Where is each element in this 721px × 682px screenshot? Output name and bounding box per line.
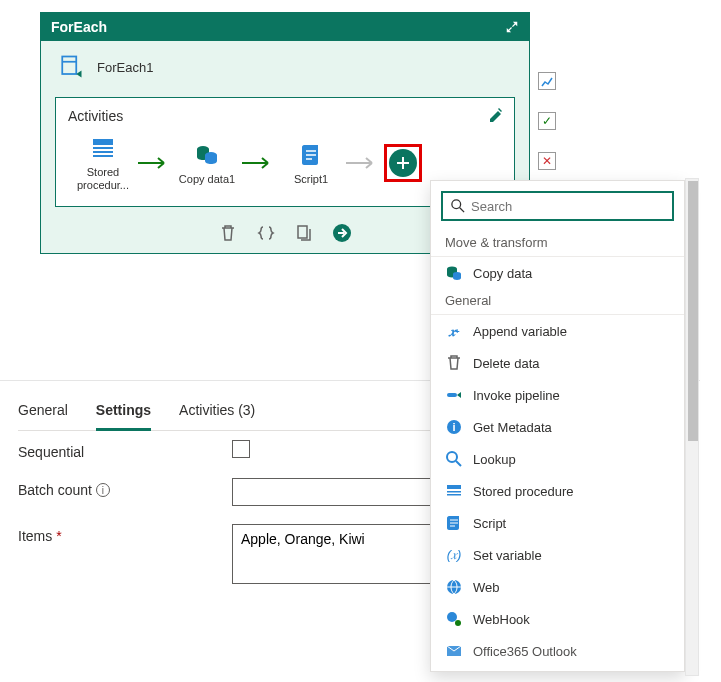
section-move-transform: Move & transform xyxy=(431,231,684,257)
item-label: Get Metadata xyxy=(473,420,552,435)
item-webhook[interactable]: WebHook xyxy=(431,603,684,635)
item-invoke-pipeline[interactable]: Invoke pipeline xyxy=(431,379,684,411)
item-label: Delete data xyxy=(473,356,540,371)
svg-rect-2 xyxy=(93,147,113,149)
status-check-icon[interactable]: ✓ xyxy=(538,112,556,130)
item-label: WebHook xyxy=(473,612,530,627)
item-append-variable[interactable]: 𝑥+ Append variable xyxy=(431,315,684,347)
svg-rect-17 xyxy=(447,491,461,493)
item-label: Office365 Outlook xyxy=(473,644,577,659)
copy-icon[interactable] xyxy=(294,223,314,243)
copy-data-icon xyxy=(193,141,221,169)
items-label: Items * xyxy=(18,524,232,544)
stored-procedure-icon xyxy=(89,134,117,162)
script-icon xyxy=(297,141,325,169)
batch-label-text: Batch count xyxy=(18,482,92,498)
tab-activities[interactable]: Activities (3) xyxy=(179,396,255,430)
activity-picker-dropdown: Move & transform Copy data General 𝑥+ Ap… xyxy=(430,180,685,672)
stored-procedure-icon xyxy=(445,482,463,500)
set-variable-icon: (𝑥) xyxy=(445,546,463,564)
svg-rect-4 xyxy=(93,155,113,157)
item-label: Lookup xyxy=(473,452,516,467)
item-lookup[interactable]: Lookup xyxy=(431,443,684,475)
edit-icon[interactable] xyxy=(488,108,504,124)
script-icon xyxy=(445,514,463,532)
activity-script[interactable]: Script1 xyxy=(280,141,342,186)
add-activity-button[interactable] xyxy=(389,149,417,177)
activity-copy-data[interactable]: Copy data1 xyxy=(176,141,238,186)
tab-general[interactable]: General xyxy=(18,396,68,430)
item-delete-data[interactable]: Delete data xyxy=(431,347,684,379)
outlook-icon xyxy=(445,642,463,660)
scrollbar[interactable] xyxy=(685,178,699,676)
item-get-metadata[interactable]: i Get Metadata xyxy=(431,411,684,443)
svg-rect-12 xyxy=(447,393,457,397)
item-label: Stored procedure xyxy=(473,484,573,499)
item-label: Web xyxy=(473,580,500,595)
search-icon xyxy=(451,199,465,213)
svg-point-15 xyxy=(447,452,457,462)
item-label: Copy data xyxy=(473,266,532,281)
svg-rect-1 xyxy=(93,139,113,145)
webhook-icon xyxy=(445,610,463,628)
svg-rect-7 xyxy=(298,226,307,238)
status-close-icon[interactable]: ✕ xyxy=(538,152,556,170)
section-general: General xyxy=(431,289,684,315)
svg-point-9 xyxy=(452,200,461,209)
scrollbar-thumb[interactable] xyxy=(688,181,698,441)
batch-label: Batch count i xyxy=(18,478,232,498)
svg-rect-3 xyxy=(93,151,113,153)
activity-label: Stored procedur... xyxy=(72,166,134,192)
info-icon[interactable]: i xyxy=(96,483,110,497)
web-icon xyxy=(445,578,463,596)
foreach-name: ForEach1 xyxy=(97,60,153,75)
arrow-icon xyxy=(138,157,172,169)
item-web[interactable]: Web xyxy=(431,571,684,603)
sequential-checkbox[interactable] xyxy=(232,440,250,458)
expand-icon[interactable] xyxy=(505,20,519,34)
items-label-text: Items xyxy=(18,528,52,544)
status-chart-icon[interactable] xyxy=(538,72,556,90)
item-label: Invoke pipeline xyxy=(473,388,560,403)
svg-rect-0 xyxy=(62,57,76,75)
add-activity-highlight xyxy=(384,144,422,182)
lookup-icon xyxy=(445,450,463,468)
append-variable-icon: 𝑥+ xyxy=(445,322,463,340)
svg-rect-18 xyxy=(447,494,461,496)
get-metadata-icon: i xyxy=(445,418,463,436)
braces-icon[interactable] xyxy=(256,223,276,243)
activities-title: Activities xyxy=(68,108,502,124)
svg-point-20 xyxy=(447,612,457,622)
item-stored-procedure[interactable]: Stored procedure xyxy=(431,475,684,507)
card-header: ForEach xyxy=(41,13,529,41)
delete-icon[interactable] xyxy=(218,223,238,243)
foreach-name-row: ForEach1 xyxy=(41,41,529,89)
sequential-label: Sequential xyxy=(18,440,232,460)
arrow-icon xyxy=(346,157,380,169)
side-status-icons: ✓ ✕ xyxy=(538,72,556,170)
item-label: Set variable xyxy=(473,548,542,563)
search-box[interactable] xyxy=(441,191,674,221)
svg-rect-16 xyxy=(447,485,461,489)
card-title: ForEach xyxy=(51,19,107,35)
required-marker: * xyxy=(56,528,61,544)
arrow-icon xyxy=(242,157,276,169)
svg-text:i: i xyxy=(452,421,455,433)
item-label: Script xyxy=(473,516,506,531)
activity-label: Copy data1 xyxy=(179,173,235,186)
invoke-pipeline-icon xyxy=(445,386,463,404)
item-label: Append variable xyxy=(473,324,567,339)
copy-data-icon xyxy=(445,264,463,282)
item-office365-outlook[interactable]: Office365 Outlook xyxy=(431,635,684,667)
activity-label: Script1 xyxy=(294,173,328,186)
svg-point-21 xyxy=(455,620,461,626)
item-script[interactable]: Script xyxy=(431,507,684,539)
item-set-variable[interactable]: (𝑥) Set variable xyxy=(431,539,684,571)
run-icon[interactable] xyxy=(332,223,352,243)
delete-data-icon xyxy=(445,354,463,372)
item-copy-data[interactable]: Copy data xyxy=(431,257,684,289)
activity-stored-procedure[interactable]: Stored procedur... xyxy=(72,134,134,192)
search-input[interactable] xyxy=(471,199,664,214)
tab-settings[interactable]: Settings xyxy=(96,396,151,431)
foreach-icon xyxy=(55,51,87,83)
